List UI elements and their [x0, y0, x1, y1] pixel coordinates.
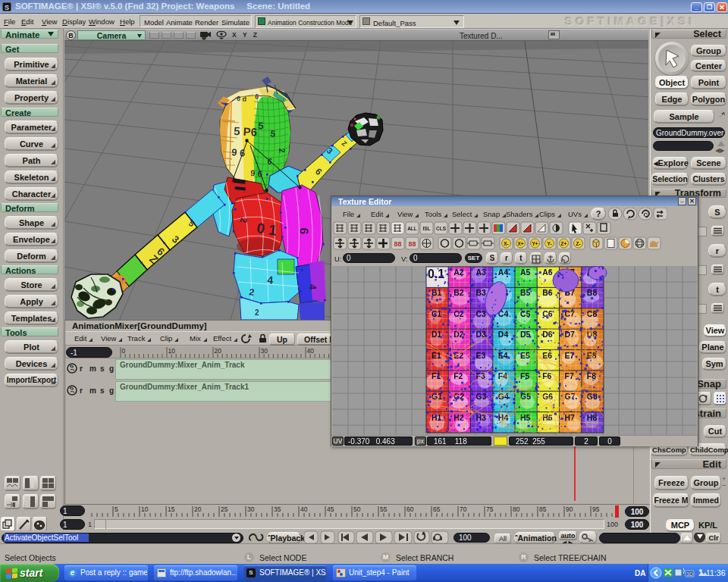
svg-text:r: r: [80, 365, 83, 373]
svg-text:D6: D6: [542, 330, 553, 339]
svg-text:m: m: [89, 386, 96, 395]
svg-text:H5: H5: [520, 413, 531, 422]
svg-text:70: 70: [460, 505, 467, 513]
svg-text:95: 95: [592, 505, 600, 513]
svg-text:X+: X+: [517, 241, 523, 246]
svg-text:A5: A5: [520, 268, 531, 277]
svg-text:5: 5: [258, 120, 265, 132]
svg-text:Y-: Y-: [547, 241, 551, 246]
svg-text:g: g: [109, 386, 114, 395]
svg-text:88: 88: [408, 240, 416, 248]
svg-text:B2: B2: [453, 288, 464, 297]
svg-text:F5: F5: [520, 371, 529, 380]
svg-text:15: 15: [168, 505, 175, 513]
svg-text:35: 35: [274, 505, 281, 513]
svg-text:F3: F3: [476, 371, 485, 380]
svg-text:4: 4: [267, 274, 274, 286]
svg-text:Z-: Z-: [576, 241, 580, 246]
svg-text:6: 6: [255, 92, 259, 100]
svg-text:H2: H2: [453, 413, 464, 422]
svg-text:3D: 3D: [686, 571, 693, 577]
svg-text:10: 10: [168, 347, 176, 355]
svg-text:C: C: [644, 211, 648, 218]
svg-text:0.1: 0.1: [428, 268, 444, 280]
svg-text:B3: B3: [476, 288, 487, 297]
svg-text:G3: G3: [476, 392, 487, 401]
svg-text:m: m: [89, 365, 96, 373]
svg-text:20: 20: [215, 347, 222, 355]
svg-text:F1: F1: [431, 371, 441, 380]
svg-text:5: 5: [115, 505, 118, 513]
svg-text:H1: H1: [431, 413, 442, 422]
svg-text:30: 30: [247, 505, 255, 513]
svg-text:60: 60: [406, 505, 414, 513]
svg-text:ALL: ALL: [407, 226, 417, 231]
svg-text:X-: X-: [504, 241, 509, 246]
svg-text:9 6: 9 6: [250, 168, 262, 178]
svg-text:2: 2: [278, 148, 287, 153]
svg-text:D1: D1: [431, 330, 442, 339]
svg-text:C1: C1: [431, 309, 442, 318]
svg-text:X Y Z: X Y Z: [232, 31, 259, 39]
svg-text:45: 45: [327, 505, 334, 513]
svg-text:2: 2: [255, 308, 259, 317]
svg-text:6 d: 6 d: [237, 95, 247, 103]
svg-text:20: 20: [194, 505, 202, 513]
svg-text:30: 30: [261, 347, 268, 355]
svg-text:10: 10: [141, 505, 149, 513]
svg-text:11:36: 11:36: [706, 568, 726, 577]
svg-text:ISL: ISL: [422, 226, 430, 231]
svg-text:E3: E3: [476, 351, 486, 360]
svg-text:D4: D4: [498, 330, 509, 339]
svg-text:40: 40: [307, 347, 315, 355]
svg-text:D7: D7: [565, 330, 576, 339]
svg-text:E7: E7: [565, 351, 575, 360]
svg-text:85: 85: [539, 505, 547, 513]
svg-text:s: s: [100, 365, 105, 373]
svg-text:E1: E1: [431, 351, 441, 360]
svg-text:0 1: 0 1: [256, 220, 278, 239]
svg-text:55: 55: [380, 505, 388, 513]
svg-text:Y+: Y+: [532, 241, 538, 246]
svg-text:25: 25: [221, 505, 228, 513]
svg-text:F6: F6: [542, 371, 551, 380]
svg-text:40: 40: [300, 505, 308, 513]
svg-text:g: g: [109, 365, 114, 373]
svg-text:F2: F2: [453, 371, 463, 380]
svg-text:A6: A6: [542, 268, 553, 277]
svg-text:88: 88: [394, 240, 401, 248]
svg-text:s: s: [100, 386, 105, 395]
svg-text:80: 80: [513, 505, 520, 513]
svg-text:0: 0: [122, 347, 126, 355]
svg-text:C3: C3: [476, 309, 487, 318]
svg-text:5 P6: 5 P6: [234, 124, 258, 139]
svg-text:4: 4: [307, 284, 318, 290]
svg-text:CLS: CLS: [436, 226, 447, 231]
svg-text:r: r: [80, 386, 83, 395]
svg-text:90: 90: [566, 505, 573, 513]
svg-text:50: 50: [353, 505, 361, 513]
svg-text:Z+: Z+: [561, 241, 567, 246]
svg-text:9 6: 9 6: [231, 146, 246, 159]
svg-text:A4: A4: [498, 268, 509, 277]
svg-text:75: 75: [486, 505, 494, 513]
svg-text:65: 65: [433, 505, 441, 513]
svg-text:6: 6: [297, 227, 311, 235]
